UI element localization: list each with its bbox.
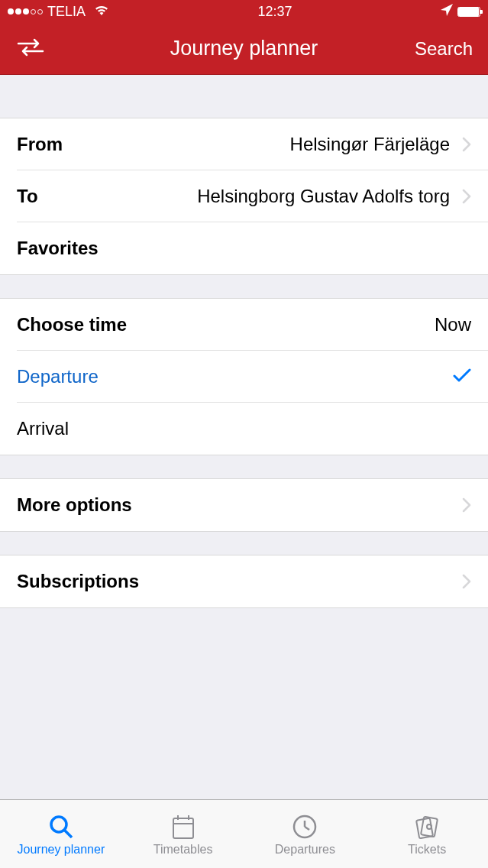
choose-time-label: Choose time (17, 314, 127, 335)
status-right (441, 4, 480, 20)
tab-departures[interactable]: Departures (244, 800, 367, 868)
nav-bar: Journey planner Search (0, 23, 488, 75)
chevron-right-icon (462, 137, 471, 152)
tab-label: Timetables (154, 843, 213, 857)
to-value: Helsingborg Gustav Adolfs torg (197, 186, 450, 207)
status-bar: TELIA 12:37 (0, 0, 488, 23)
tab-tickets[interactable]: Tickets (366, 800, 488, 868)
signal-strength-icon (8, 8, 43, 15)
content: From Helsingør Färjeläge To Helsingborg … (0, 75, 488, 799)
more-options-row[interactable]: More options (0, 479, 488, 531)
departure-row[interactable]: Departure (0, 351, 488, 403)
departure-label: Departure (17, 366, 99, 387)
to-row[interactable]: To Helsingborg Gustav Adolfs torg (0, 170, 488, 222)
chevron-right-icon (462, 189, 471, 204)
search-button[interactable]: Search (415, 38, 473, 60)
to-label: To (17, 186, 38, 207)
from-value: Helsingør Färjeläge (290, 134, 450, 155)
svg-point-17 (427, 824, 431, 829)
more-options-label: More options (17, 494, 132, 516)
choose-time-value: Now (435, 314, 471, 335)
svg-rect-2 (173, 818, 193, 838)
page-title: Journey planner (170, 37, 318, 60)
svg-rect-16 (421, 816, 438, 837)
favorites-row[interactable]: Favorites (0, 222, 488, 274)
calendar-icon (169, 812, 198, 841)
tab-label: Departures (275, 843, 335, 857)
status-time: 12:37 (257, 4, 292, 20)
route-section: From Helsingør Färjeläge To Helsingborg … (0, 118, 488, 275)
arrival-label: Arrival (17, 418, 69, 439)
battery-icon (457, 7, 480, 17)
arrival-row[interactable]: Arrival (0, 403, 488, 455)
svg-line-14 (305, 827, 309, 830)
favorites-label: Favorites (17, 238, 99, 259)
subscriptions-label: Subscriptions (17, 571, 139, 592)
from-row[interactable]: From Helsingør Färjeläge (0, 118, 488, 170)
choose-time-row[interactable]: Choose time Now (0, 299, 488, 351)
from-label: From (17, 134, 63, 155)
time-section: Choose time Now Departure Arrival (0, 298, 488, 455)
search-icon (47, 812, 76, 841)
tab-label: Journey planner (18, 843, 105, 857)
tab-timetables[interactable]: Timetables (122, 800, 244, 868)
swap-button[interactable] (15, 36, 53, 62)
chevron-right-icon (462, 497, 471, 513)
chevron-right-icon (462, 574, 471, 589)
more-options-section: More options (0, 478, 488, 532)
carrier-label: TELIA (47, 4, 86, 20)
tab-journey-planner[interactable]: Journey planner (0, 800, 122, 868)
check-icon (453, 368, 471, 386)
subscriptions-section: Subscriptions (0, 555, 488, 608)
clock-icon (290, 812, 319, 841)
tickets-icon (412, 812, 441, 841)
tab-bar: Journey planner Timetables Departures Ti… (0, 799, 488, 868)
location-icon (441, 4, 453, 20)
subscriptions-row[interactable]: Subscriptions (0, 555, 488, 607)
wifi-icon (94, 4, 109, 20)
svg-line-1 (64, 830, 72, 837)
tab-label: Tickets (408, 843, 446, 857)
status-left: TELIA (8, 4, 109, 20)
